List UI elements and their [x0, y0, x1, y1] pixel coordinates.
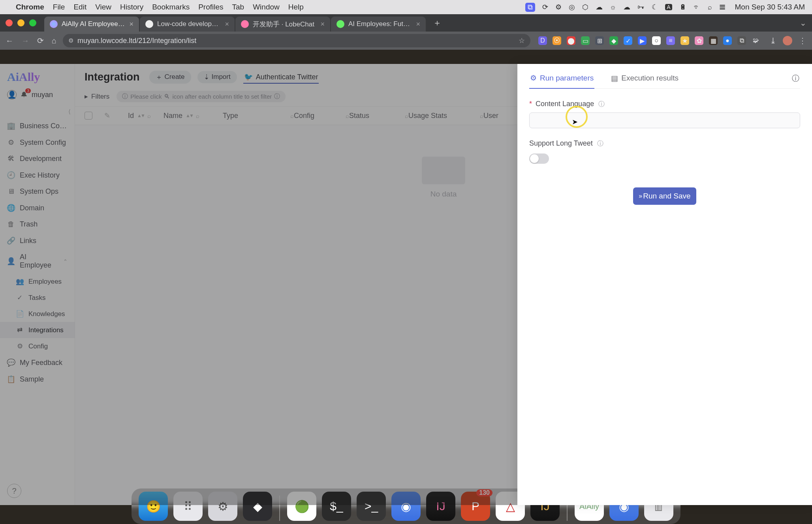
menu-edit[interactable]: Edit [73, 3, 86, 11]
sidebar-item-config[interactable]: ⚙Config [0, 338, 75, 354]
menubar-app-name[interactable]: Chrome [16, 3, 44, 11]
col-type[interactable]: Type [223, 112, 238, 120]
ext-icon[interactable]: ⊞ [595, 36, 604, 45]
menu-window[interactable]: Window [253, 3, 280, 11]
tab-execution-results[interactable]: ▤ Execution results [610, 68, 679, 88]
sidebar-item-sample[interactable]: 📋Sample [0, 371, 75, 387]
menubar-control-center-icon[interactable]: 𝌆 [719, 3, 726, 11]
ext-icon[interactable]: ✿ [695, 36, 703, 45]
search-icon[interactable]: ⌕ [405, 112, 408, 119]
drawer-help-icon[interactable]: ⓘ [792, 73, 799, 84]
sidebar-item-tasks[interactable]: ✓Tasks [0, 290, 75, 306]
menubar-gear-icon[interactable]: ⚙︎ [555, 3, 562, 11]
ext-icon[interactable]: ▶ [638, 36, 647, 45]
col-user[interactable]: User [483, 112, 498, 120]
menubar-search-icon[interactable]: ⌕ [708, 3, 712, 11]
new-tab-button[interactable]: ＋ [427, 17, 448, 29]
menu-history[interactable]: History [120, 3, 143, 11]
dock-app-settings[interactable]: ⚙︎ [208, 492, 237, 521]
menu-help[interactable]: Help [288, 3, 304, 11]
ext-icon[interactable]: ● [723, 36, 732, 45]
notifications-icon[interactable]: 🔔︎3 [21, 91, 28, 99]
browser-tab-3[interactable]: AI Employees: Future of Work × [331, 17, 426, 32]
search-icon[interactable]: ⌕ [480, 112, 483, 119]
import-button[interactable]: ⇣Import [197, 71, 237, 83]
sort-icon[interactable]: ▲▼ [186, 113, 193, 118]
chrome-menu-icon[interactable]: ⋮ [797, 36, 808, 45]
ext-icon[interactable]: ◆ [609, 36, 618, 45]
ext-icon[interactable]: ⦿ [553, 36, 561, 45]
sort-icon[interactable]: ▲▼ [137, 113, 144, 118]
extensions-puzzle-icon[interactable]: 🧩︎ [752, 36, 760, 45]
site-info-icon[interactable]: ⚙︎ [68, 37, 73, 44]
edit-column-icon[interactable]: ✎ [104, 111, 110, 120]
tab-run-parameters[interactable]: ⚙︎ Run parameters [529, 68, 594, 89]
menu-file[interactable]: File [53, 3, 65, 11]
profile-avatar-icon[interactable] [783, 36, 792, 45]
menubar-cloud-icon[interactable]: ☁︎ [596, 3, 603, 11]
run-and-save-button[interactable]: » Run and Save [633, 187, 696, 205]
sidebar-item-system-ops[interactable]: 🖥System Ops [0, 183, 75, 200]
ext-icon[interactable]: ✓ [624, 36, 632, 45]
tab-close-icon[interactable]: × [320, 20, 325, 28]
menubar-lang-icon[interactable]: A [665, 4, 672, 10]
menu-tab[interactable]: Tab [232, 3, 244, 11]
col-id[interactable]: Id [128, 112, 134, 120]
sidebar-collapse-icon[interactable]: ⟨ [0, 106, 75, 118]
sidebar-user-row[interactable]: 👤 🔔︎3 muyan [0, 87, 75, 106]
sidebar-item-business[interactable]: 🏢Business Co… [0, 118, 75, 134]
sidebar-item-trash[interactable]: 🗑Trash [0, 216, 75, 232]
ext-icon[interactable]: D [538, 36, 547, 45]
support-long-tweet-toggle[interactable] [529, 153, 549, 164]
info-icon[interactable]: ⓘ [598, 101, 605, 107]
dock-app-terminal[interactable]: $_ [322, 492, 351, 521]
menubar-record-icon[interactable]: ◎ [569, 3, 575, 11]
create-button[interactable]: ＋Create [149, 71, 191, 84]
search-icon[interactable]: ⌕ [346, 112, 349, 119]
nav-back-button[interactable]: ← [4, 36, 15, 45]
tab-overflow-icon[interactable]: ⌄ [800, 18, 812, 28]
menu-view[interactable]: View [95, 3, 111, 11]
col-name[interactable]: Name [164, 112, 182, 120]
content-language-input[interactable] [529, 112, 800, 128]
dock-app-powerpoint[interactable]: P130 [461, 492, 490, 521]
select-all-checkbox[interactable] [85, 112, 92, 120]
window-minimize-button[interactable] [17, 19, 24, 26]
tab-close-icon[interactable]: × [225, 20, 229, 28]
menubar-wifi-icon[interactable]: ᯤ [694, 3, 701, 11]
info-icon[interactable]: ⓘ [597, 140, 603, 147]
dock-app-launchpad[interactable]: ⠿ [173, 492, 203, 521]
menu-profiles[interactable]: Profiles [198, 3, 223, 11]
col-config[interactable]: Config [294, 112, 314, 120]
sidebar-item-employees[interactable]: 👥Employees [0, 273, 75, 290]
browser-tab-1[interactable]: Low-code development com… × [140, 17, 235, 32]
dock-app-finder[interactable]: 🙂 [139, 492, 168, 521]
downloads-icon[interactable]: ⤓ [768, 36, 778, 45]
browser-tab-2[interactable]: 开发助手 · LobeChat × [235, 17, 330, 32]
sidebar-item-knowledges[interactable]: 📄Knowledges [0, 306, 75, 322]
sidebar-item-development[interactable]: 🛠Development [0, 151, 75, 167]
menubar-key-icon[interactable]: 🗝︎ [637, 3, 645, 11]
menubar-chat-icon[interactable]: ☁ [623, 3, 630, 11]
menubar-cube-icon[interactable]: ⬡ [582, 3, 588, 11]
ext-icon[interactable]: ○ [652, 36, 661, 45]
dock-app-chrome[interactable]: 🟢 [287, 492, 316, 521]
col-usage-stats[interactable]: Usage Stats [408, 112, 447, 120]
omnibox[interactable]: ⚙︎ muyan.lowcode.ltd/212/Integration/lis… [63, 34, 530, 47]
sidebar-item-system-config[interactable]: ⚙System Config [0, 134, 75, 151]
browser-tab-0[interactable]: AiAlly AI Employee System × [44, 17, 139, 32]
brand-logo[interactable]: AiAlly [0, 64, 75, 87]
col-status[interactable]: Status [349, 112, 369, 120]
authenticate-twitter-button[interactable]: 🐦Authenticate Twitter [243, 70, 319, 84]
search-icon[interactable]: ⌕ [196, 112, 199, 119]
ext-icon[interactable]: ▦ [709, 36, 718, 45]
search-icon[interactable]: ⌕ [290, 112, 294, 119]
ext-icon[interactable]: ⬤ [567, 36, 575, 45]
ext-icon[interactable]: ★ [680, 36, 689, 45]
sidebar-item-feedback[interactable]: 💬My Feedback [0, 354, 75, 371]
menubar-clock[interactable]: Mon Sep 30 5:43 AM [735, 3, 805, 11]
sidebar-item-integrations[interactable]: ⇄Integrations [0, 322, 75, 338]
nav-home-button[interactable]: ⌂ [50, 36, 58, 45]
window-close-button[interactable] [6, 19, 13, 26]
search-icon[interactable]: ⌕ [147, 112, 151, 119]
